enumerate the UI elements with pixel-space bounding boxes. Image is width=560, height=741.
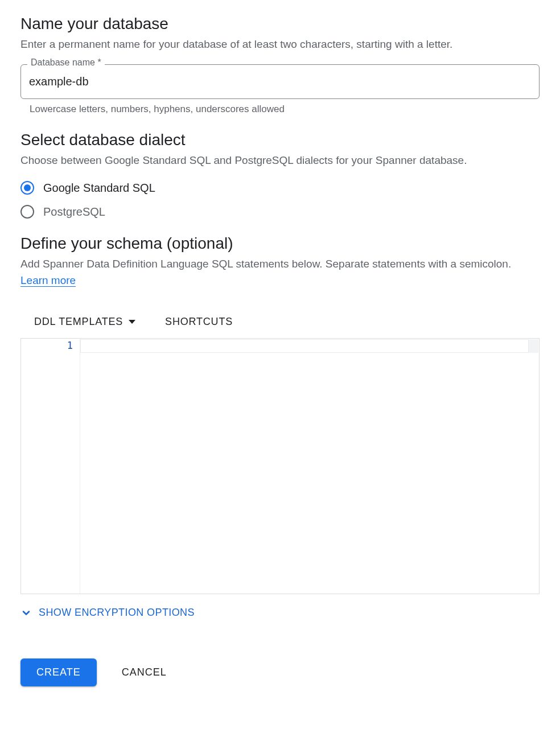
ddl-editor[interactable]: 1: [20, 338, 540, 594]
database-name-helper: Lowercase letters, numbers, hyphens, und…: [30, 104, 540, 115]
show-encryption-label: SHOW ENCRYPTION OPTIONS: [39, 607, 195, 619]
editor-gutter: 1: [21, 339, 80, 594]
shortcuts-button[interactable]: SHORTCUTS: [165, 316, 233, 328]
dialect-option-label: Google Standard SQL: [43, 182, 155, 195]
action-buttons: CREATE CANCEL: [20, 658, 540, 686]
show-encryption-toggle[interactable]: SHOW ENCRYPTION OPTIONS: [20, 607, 540, 619]
ddl-templates-label: DDL TEMPLATES: [34, 316, 123, 328]
dialect-title: Select database dialect: [20, 131, 540, 149]
dialect-option-postgresql[interactable]: PostgreSQL: [20, 205, 540, 219]
name-db-desc: Enter a permanent name for your database…: [20, 36, 540, 53]
cancel-button[interactable]: CANCEL: [122, 666, 167, 678]
dialect-option-google-sql[interactable]: Google Standard SQL: [20, 181, 540, 195]
current-line-highlight: [80, 339, 529, 353]
schema-desc-text: Add Spanner Data Definition Language SQL…: [20, 258, 511, 270]
dialect-option-label: PostgreSQL: [43, 205, 105, 219]
editor-scrollbar[interactable]: [529, 339, 538, 353]
database-name-input[interactable]: [20, 64, 540, 99]
shortcuts-label: SHORTCUTS: [165, 316, 233, 328]
editor-toolbar: DDL TEMPLATES SHORTCUTS: [20, 300, 540, 338]
chevron-down-icon: [20, 607, 32, 619]
database-name-label: Database name *: [27, 58, 105, 67]
schema-desc: Add Spanner Data Definition Language SQL…: [20, 256, 540, 289]
line-number: 1: [21, 340, 73, 351]
schema-title: Define your schema (optional): [20, 234, 540, 253]
dialect-desc: Choose between Google Standard SQL and P…: [20, 153, 540, 169]
dropdown-arrow-icon: [129, 320, 135, 324]
editor-code-area[interactable]: [80, 339, 539, 594]
name-db-title: Name your database: [20, 15, 540, 33]
ddl-templates-dropdown[interactable]: DDL TEMPLATES: [34, 316, 135, 328]
create-button[interactable]: CREATE: [20, 658, 97, 686]
dialect-radio-group: Google Standard SQL PostgreSQL: [20, 181, 540, 219]
database-name-field-wrapper: Database name *: [20, 64, 540, 99]
radio-selected-icon: [20, 181, 34, 195]
radio-unselected-icon: [20, 205, 34, 219]
learn-more-link[interactable]: Learn more: [20, 274, 76, 287]
